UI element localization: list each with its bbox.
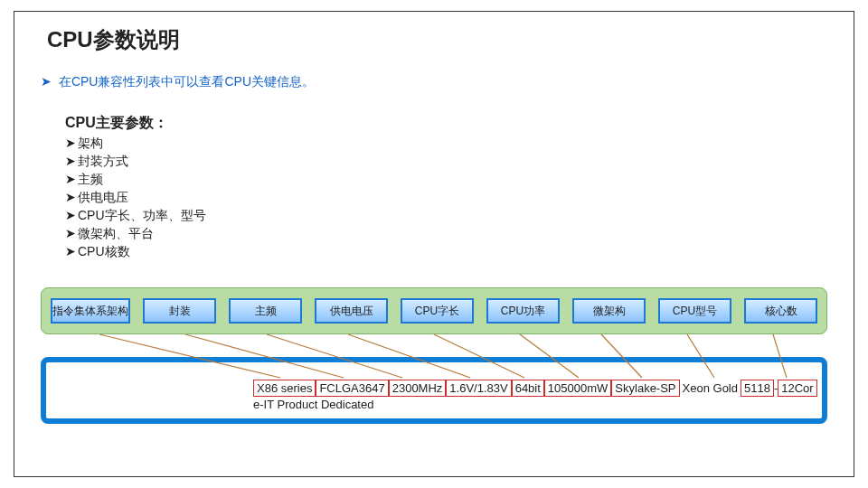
chevron-icon: ➤ bbox=[41, 74, 52, 89]
header-cell: CPU功率 bbox=[486, 298, 560, 324]
cpu-value: 1.6V/1.83V bbox=[446, 380, 511, 397]
chevron-icon: ➤ bbox=[65, 208, 76, 222]
cpu-value: FCLGA3647 bbox=[316, 380, 388, 397]
cpu-value: 12Cor bbox=[778, 380, 816, 397]
params-list: ➤架构 ➤封装方式 ➤主频 ➤供电电压 ➤CPU字长、功率、型号 ➤微架构、平台… bbox=[65, 134, 206, 260]
chevron-icon: ➤ bbox=[65, 172, 76, 186]
param-item: 主频 bbox=[78, 172, 103, 186]
header-strip: 指令集体系架构 封装 主频 供电电压 CPU字长 CPU功率 微架构 CPU型号… bbox=[41, 287, 827, 334]
cpu-value: 5118 bbox=[741, 380, 774, 397]
chevron-icon: ➤ bbox=[65, 190, 76, 204]
param-item: 封装方式 bbox=[78, 154, 128, 168]
header-cell: 主频 bbox=[229, 298, 302, 324]
param-item: CPU核数 bbox=[78, 244, 130, 258]
chevron-icon: ➤ bbox=[65, 226, 76, 240]
cpu-value: 64bit bbox=[512, 380, 544, 397]
chevron-icon: ➤ bbox=[65, 244, 76, 258]
param-item: 微架构、平台 bbox=[78, 226, 154, 240]
header-cell: 封装 bbox=[143, 298, 216, 324]
cpu-value: X86 series bbox=[253, 380, 316, 397]
chevron-icon: ➤ bbox=[65, 136, 76, 150]
trail-text: e-IT Product Dedicated bbox=[253, 398, 373, 411]
cpu-value-plain: Xeon Gold bbox=[680, 381, 741, 395]
chevron-icon: ➤ bbox=[65, 154, 76, 168]
cpu-value: 105000mW bbox=[544, 380, 611, 397]
param-item: 架构 bbox=[78, 136, 103, 150]
header-cell: 指令集体系架构 bbox=[51, 298, 130, 324]
header-cell: CPU字长 bbox=[401, 298, 474, 324]
header-cell: CPU型号 bbox=[658, 298, 731, 324]
intro-line: ➤ 在CPU兼容性列表中可以查看CPU关键信息。 bbox=[41, 74, 315, 90]
header-cell: 供电电压 bbox=[315, 298, 388, 324]
header-cell: 微架构 bbox=[572, 298, 646, 324]
param-item: 供电电压 bbox=[78, 190, 128, 204]
param-item: CPU字长、功率、型号 bbox=[78, 208, 206, 222]
header-cell: 核心数 bbox=[744, 298, 817, 324]
page-title: CPU参数说明 bbox=[47, 25, 180, 54]
cpu-value: Skylake-SP bbox=[611, 380, 679, 397]
cpu-data-row: X86 series FCLGA3647 2300MHz 1.6V/1.83V … bbox=[253, 380, 817, 397]
params-heading: CPU主要参数： bbox=[65, 114, 168, 133]
intro-text: 在CPU兼容性列表中可以查看CPU关键信息。 bbox=[59, 74, 315, 89]
cpu-value: 2300MHz bbox=[389, 380, 447, 397]
